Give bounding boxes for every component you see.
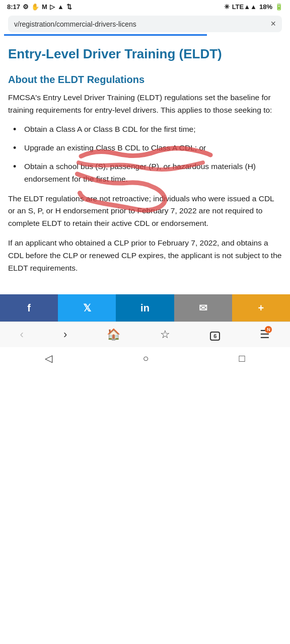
twitter-share-button[interactable]: 𝕏 bbox=[58, 294, 116, 321]
facebook-icon: f bbox=[27, 302, 31, 314]
settings-icon: ⚙ bbox=[23, 3, 29, 11]
facebook-share-button[interactable]: f bbox=[0, 294, 58, 321]
tabs-count: 6 bbox=[210, 332, 220, 341]
back-icon: ‹ bbox=[20, 328, 24, 341]
status-right: ✳ LTE▲▲ 18% 🔋 bbox=[224, 3, 283, 11]
bookmark-icon: ☆ bbox=[160, 328, 170, 341]
home-icon: 🏠 bbox=[107, 328, 120, 341]
list-item: Obtain a Class A or Class B CDL for the … bbox=[13, 123, 282, 136]
system-home-button[interactable]: ○ bbox=[142, 353, 149, 364]
home-button[interactable]: 🏠 bbox=[102, 326, 125, 343]
time-display: 8:17 bbox=[7, 3, 20, 11]
list-item: Upgrade an existing Class B CDL to Class… bbox=[13, 142, 282, 154]
more-icon: + bbox=[258, 302, 264, 314]
url-bar[interactable]: v/registration/commercial-drivers-licens… bbox=[8, 16, 282, 32]
system-back-button[interactable]: □ bbox=[239, 353, 245, 364]
paragraph-2: The ELDT regulations are not retroactive… bbox=[8, 193, 282, 230]
system-nav-bar: ◁ ○ □ bbox=[0, 347, 290, 368]
system-recent-button[interactable]: ◁ bbox=[45, 352, 52, 364]
mail-icon: M bbox=[42, 3, 47, 11]
intro-paragraph: FMCSA's Entry Level Driver Training (ELD… bbox=[8, 92, 282, 117]
battery-icon: 🔋 bbox=[275, 3, 283, 11]
battery-display: 18% bbox=[259, 3, 272, 11]
forward-button[interactable]: › bbox=[58, 326, 72, 343]
notification-badge: ☰ N bbox=[260, 328, 270, 341]
list-item: Obtain a school bus (S), passenger (P), … bbox=[13, 160, 282, 186]
play-icon: ▷ bbox=[50, 3, 55, 11]
linkedin-icon: in bbox=[140, 302, 150, 314]
email-icon: ✉ bbox=[199, 302, 207, 314]
forward-icon: › bbox=[63, 328, 67, 341]
close-tab-button[interactable]: × bbox=[270, 19, 276, 29]
notification-dot: N bbox=[265, 326, 272, 333]
section-heading: About the ELDT Regulations bbox=[8, 74, 282, 86]
twitter-icon: 𝕏 bbox=[83, 302, 91, 314]
recent-apps-icon: ◁ bbox=[45, 353, 52, 364]
linkedin-share-button[interactable]: in bbox=[116, 294, 174, 321]
page-title: Entry-Level Driver Training (ELDT) bbox=[8, 46, 282, 63]
more-share-button[interactable]: + bbox=[232, 294, 290, 321]
wifi-icon: ▲ bbox=[57, 3, 64, 11]
back-button[interactable]: ‹ bbox=[15, 326, 29, 343]
signal-icon: LTE▲▲ bbox=[232, 3, 257, 11]
bullet-list: Obtain a Class A or Class B CDL for the … bbox=[13, 123, 282, 185]
status-bar: 8:17 ⚙ ✋ M ▷ ▲ ⇅ ✳ LTE▲▲ 18% 🔋 bbox=[0, 0, 290, 14]
menu-button[interactable]: ☰ N bbox=[255, 326, 275, 343]
hand-icon: ✋ bbox=[31, 3, 39, 11]
url-text: v/registration/commercial-drivers-licens bbox=[14, 20, 265, 28]
bookmark-button[interactable]: ☆ bbox=[155, 326, 175, 343]
email-share-button[interactable]: ✉ bbox=[174, 294, 232, 321]
share-bar: f 𝕏 in ✉ + bbox=[0, 294, 290, 321]
home-circle-icon: ○ bbox=[142, 353, 149, 364]
paragraph-3: If an applicant who obtained a CLP prior… bbox=[8, 237, 282, 274]
bluetooth-icon: ✳ bbox=[224, 3, 230, 11]
data-icon: ⇅ bbox=[66, 3, 72, 11]
back-triangle-icon: □ bbox=[239, 353, 245, 364]
browser-nav-bar: ‹ › 🏠 ☆ 6 ☰ N bbox=[0, 321, 290, 347]
status-left: 8:17 ⚙ ✋ M ▷ ▲ ⇅ bbox=[7, 3, 72, 11]
main-content: Entry-Level Driver Training (ELDT) About… bbox=[0, 36, 290, 289]
tabs-button[interactable]: 6 bbox=[205, 326, 225, 343]
content-with-annotation: Obtain a Class A or Class B CDL for the … bbox=[8, 123, 282, 230]
